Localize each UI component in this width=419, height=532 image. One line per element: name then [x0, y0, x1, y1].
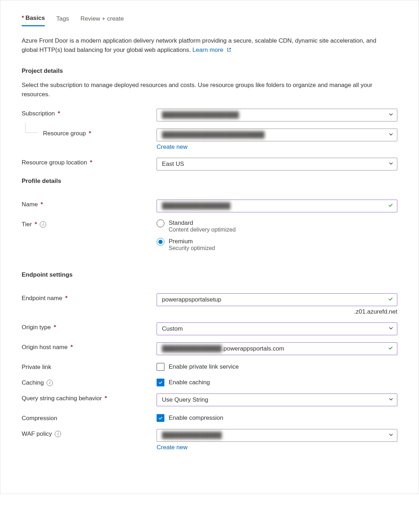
label-text: Compression	[22, 415, 57, 422]
input-value: ████████████████	[162, 202, 230, 210]
checkbox-label: Enable caching	[169, 379, 210, 386]
compression-checkbox[interactable]: Enable compression	[157, 413, 397, 422]
link-text: Learn more	[192, 47, 223, 53]
label-text: Origin host name	[22, 344, 67, 351]
tab-tags[interactable]: Tags	[56, 15, 69, 26]
chevron-down-icon	[388, 396, 393, 403]
field-label: Tier * i	[22, 219, 157, 228]
radio-icon	[157, 219, 164, 227]
row-subscription: Subscription * ██████████████████	[22, 109, 397, 121]
row-rg-location: Resource group location * East US	[22, 158, 397, 170]
checkbox-icon	[157, 363, 164, 371]
tree-connector-icon	[25, 123, 38, 133]
label-text: Subscription	[22, 110, 55, 117]
row-tier: Tier * i Standard Content delivery optim…	[22, 219, 397, 251]
label-text: Name	[22, 201, 38, 208]
row-waf-policy: WAF policy i ██████████████ Create new	[22, 429, 397, 451]
tab-basics[interactable]: * Basics	[22, 15, 45, 26]
field-label: Endpoint name *	[22, 293, 157, 302]
tier-premium-radio[interactable]: Premium Security optimized	[157, 238, 397, 251]
label-text: WAF policy	[22, 430, 52, 438]
create-new-rg-link[interactable]: Create new	[157, 143, 187, 150]
create-front-door-form: * Basics Tags Review + create Azure Fron…	[0, 0, 419, 494]
caching-checkbox[interactable]: Enable caching	[157, 378, 397, 386]
select-value: ██████████████	[162, 432, 222, 439]
input-value-redacted: ██████████████	[162, 345, 222, 352]
section-project-details: Project details Select the subscription …	[22, 67, 397, 170]
valid-check-icon	[388, 345, 393, 353]
row-origin-type: Origin type * Custom	[22, 322, 397, 335]
select-value: Custom	[162, 325, 183, 332]
label-text: Query string caching behavior	[22, 395, 102, 402]
info-icon[interactable]: i	[40, 221, 46, 228]
required-icon: *	[105, 395, 107, 402]
checkbox-icon	[157, 414, 164, 422]
row-private-link: Private link Enable private link service	[22, 362, 397, 371]
query-caching-select[interactable]: Use Query String	[157, 393, 397, 406]
label-text: Tier	[22, 221, 32, 228]
section-heading: Profile details	[22, 178, 397, 185]
field-label: Name *	[22, 200, 157, 208]
section-heading: Project details	[22, 67, 397, 75]
row-resource-group: Resource group * ███████████████████████…	[22, 129, 397, 151]
profile-name-input[interactable]: ████████████████	[157, 200, 397, 212]
chevron-down-icon	[388, 432, 393, 439]
field-label: Resource group location *	[22, 158, 157, 166]
resource-group-select[interactable]: ████████████████████████	[157, 129, 397, 141]
info-icon[interactable]: i	[47, 380, 53, 386]
endpoint-name-input[interactable]: powerappsportalsetup	[157, 293, 397, 306]
radio-subtitle: Content delivery optimized	[169, 227, 236, 233]
select-value: Use Query String	[162, 396, 208, 403]
required-icon: *	[65, 295, 67, 302]
field-label: WAF policy i	[22, 429, 157, 438]
required-icon: *	[58, 110, 60, 117]
section-description: Select the subscription to manage deploy…	[22, 81, 384, 99]
row-compression: Compression Enable compression	[22, 413, 397, 422]
checkbox-icon	[157, 379, 164, 386]
row-origin-host: Origin host name * ██████████████.powera…	[22, 342, 397, 355]
valid-check-icon	[388, 296, 393, 304]
label-text: Private link	[22, 364, 51, 371]
rg-location-select[interactable]: East US	[157, 158, 397, 170]
origin-type-select[interactable]: Custom	[157, 322, 397, 335]
endpoint-suffix: .z01.azurefd.net	[157, 308, 397, 315]
tab-label: Tags	[56, 15, 69, 22]
row-caching: Caching i Enable caching	[22, 378, 397, 386]
private-link-checkbox[interactable]: Enable private link service	[157, 362, 397, 371]
create-new-waf-link[interactable]: Create new	[157, 444, 187, 451]
row-query-caching: Query string caching behavior * Use Quer…	[22, 393, 397, 406]
row-name: Name * ████████████████	[22, 200, 397, 212]
section-heading: Endpoint settings	[22, 271, 397, 278]
info-icon[interactable]: i	[55, 431, 61, 437]
required-icon: *	[70, 344, 73, 351]
waf-policy-select[interactable]: ██████████████	[157, 429, 397, 442]
required-icon: *	[22, 15, 24, 22]
required-icon: *	[54, 324, 56, 331]
radio-icon	[157, 238, 164, 246]
radio-title: Premium	[169, 238, 215, 245]
learn-more-link[interactable]: Learn more	[192, 47, 232, 53]
required-icon: *	[40, 201, 43, 208]
field-label: Origin host name *	[22, 342, 157, 351]
field-label: Query string caching behavior *	[22, 393, 157, 402]
field-label: Private link	[22, 362, 157, 371]
field-label: Caching i	[22, 378, 157, 386]
origin-host-input[interactable]: ██████████████.powerappsportals.com	[157, 342, 397, 355]
select-value: ██████████████████	[162, 112, 239, 119]
field-label: Resource group *	[22, 129, 157, 137]
chevron-down-icon	[388, 325, 393, 332]
chevron-down-icon	[388, 131, 393, 139]
row-endpoint-name: Endpoint name * powerappsportalsetup .z0…	[22, 293, 397, 315]
required-icon: *	[89, 130, 91, 137]
label-text: Resource group location	[22, 159, 87, 166]
checkbox-label: Enable compression	[169, 414, 223, 422]
field-label: Subscription *	[22, 109, 157, 117]
tier-standard-radio[interactable]: Standard Content delivery optimized	[157, 219, 397, 233]
radio-title: Standard	[169, 219, 236, 227]
select-value: ████████████████████████	[162, 131, 265, 139]
tier-radio-group: Standard Content delivery optimized Prem…	[157, 219, 397, 251]
tab-review-create[interactable]: Review + create	[80, 15, 124, 26]
valid-check-icon	[388, 202, 393, 210]
subscription-select[interactable]: ██████████████████	[157, 109, 397, 121]
radio-subtitle: Security optimized	[169, 245, 215, 251]
